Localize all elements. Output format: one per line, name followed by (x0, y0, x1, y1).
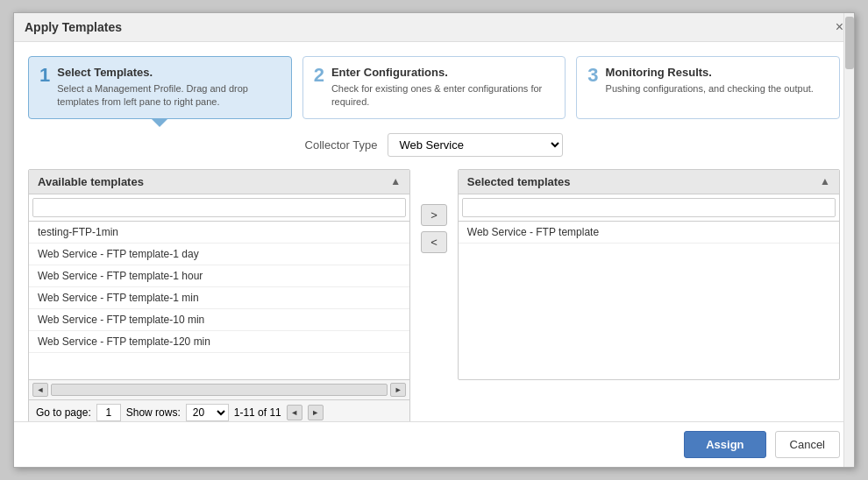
horizontal-scroll-area: ◄ ► (29, 379, 409, 399)
scrollbar-thumb (845, 17, 854, 69)
available-templates-panel: Available templates ▲ testing-FTP-1min W… (28, 169, 410, 426)
step-1-arrow (151, 118, 168, 127)
collector-row: Collector Type Web Service SNMP WMI SSH (28, 133, 840, 157)
step-2-title: Enter Configurations. (331, 66, 554, 79)
list-item[interactable]: Web Service - FTP template-120 min (29, 331, 409, 353)
list-item[interactable]: Web Service - FTP template-10 min (29, 309, 409, 331)
step-3-number: 3 (587, 66, 598, 85)
step-3-desc: Pushing configurations, and checking the… (606, 82, 829, 95)
list-item[interactable]: Web Service - FTP template (459, 222, 839, 244)
step-2-desc: Check for existing ones & enter configur… (331, 82, 554, 109)
step-1-content: Select Templates. Select a Management Pr… (57, 66, 280, 109)
step-2: 2 Enter Configurations. Check for existi… (302, 56, 566, 119)
horizontal-scroll-track[interactable] (51, 384, 388, 396)
available-panel-header: Available templates ▲ (29, 170, 409, 194)
step-2-number: 2 (314, 66, 324, 85)
cancel-button[interactable]: Cancel (775, 431, 840, 458)
selected-panel-title: Selected templates (467, 175, 571, 188)
step-1-number: 1 (39, 66, 50, 85)
collector-type-label: Collector Type (305, 138, 378, 152)
list-item[interactable]: Web Service - FTP template-1 min (29, 287, 409, 309)
pagination-info: 1-11 of 11 (234, 406, 281, 419)
move-buttons-container: > < (421, 169, 447, 253)
scroll-left-button[interactable]: ◄ (32, 383, 48, 397)
dialog-title: Apply Templates (25, 20, 122, 34)
assign-button[interactable]: Assign (684, 431, 765, 458)
available-template-list: testing-FTP-1min Web Service - FTP templ… (29, 222, 409, 379)
selected-panel-search (459, 194, 839, 222)
list-item[interactable]: Web Service - FTP template-1 day (29, 244, 409, 265)
collector-type-select[interactable]: Web Service SNMP WMI SSH (388, 133, 563, 157)
available-search-input[interactable] (32, 198, 406, 217)
step-1-desc: Select a Management Profile. Drag and dr… (57, 82, 280, 109)
step-3-title: Monitoring Results. (606, 66, 829, 79)
available-panel-title: Available templates (38, 175, 144, 188)
step-2-content: Enter Configurations. Check for existing… (331, 66, 554, 109)
rows-per-page-select[interactable]: 10 20 50 100 (186, 404, 229, 421)
selected-template-list: Web Service - FTP template (459, 222, 839, 379)
selected-templates-panel: Selected templates ▲ Web Service - FTP t… (458, 169, 840, 380)
selected-search-input[interactable] (462, 198, 836, 217)
move-right-button[interactable]: > (421, 204, 447, 226)
dialog-scrollbar[interactable] (843, 13, 854, 467)
page-number-input[interactable]: 1 (96, 404, 121, 421)
dialog-body: 1 Select Templates. Select a Management … (14, 42, 854, 440)
step-3-content: Monitoring Results. Pushing configuratio… (606, 66, 829, 95)
dialog-footer: Assign Cancel (14, 421, 854, 467)
apply-templates-dialog: Apply Templates × 1 Select Templates. Se… (13, 12, 855, 468)
show-rows-label: Show rows: (126, 406, 181, 419)
available-panel-search (29, 194, 409, 222)
step-1: 1 Select Templates. Select a Management … (28, 56, 292, 119)
list-item[interactable]: testing-FTP-1min (29, 222, 409, 244)
available-panel-scroll-up[interactable]: ▲ (390, 175, 401, 187)
list-item[interactable]: Web Service - FTP template-1 hour (29, 265, 409, 287)
prev-page-button[interactable]: ◄ (287, 405, 302, 420)
step-3: 3 Monitoring Results. Pushing configurat… (576, 56, 840, 119)
selected-panel-scroll-up[interactable]: ▲ (820, 175, 830, 187)
dialog-header: Apply Templates × (14, 13, 854, 42)
step-1-title: Select Templates. (57, 66, 280, 79)
close-button[interactable]: × (836, 20, 843, 34)
main-content: Available templates ▲ testing-FTP-1min W… (28, 169, 840, 426)
selected-panel-header: Selected templates ▲ (459, 170, 839, 194)
next-page-button[interactable]: ► (308, 405, 324, 420)
steps-container: 1 Select Templates. Select a Management … (28, 56, 840, 119)
scroll-right-button[interactable]: ► (390, 383, 406, 397)
go-to-page-label: Go to page: (36, 406, 91, 419)
move-left-button[interactable]: < (421, 231, 447, 253)
